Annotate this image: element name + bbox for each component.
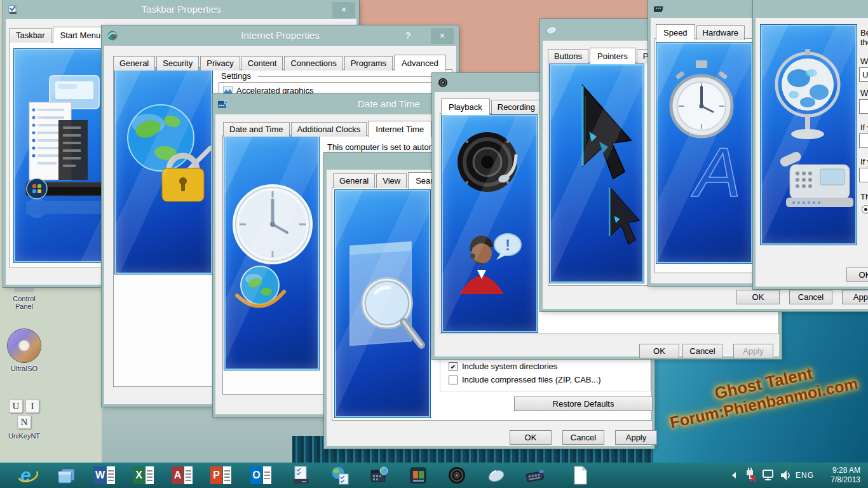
include-system-directories-label[interactable]: Include system directories: [462, 362, 557, 371]
access-page: [184, 466, 193, 484]
globe-phone-art: [761, 34, 856, 245]
tab-programs[interactable]: Programs: [344, 56, 393, 71]
taskbar-outlook-icon[interactable]: O: [250, 466, 272, 484]
close-icon[interactable]: ×: [431, 28, 454, 44]
taskbar-sound-icon[interactable]: [447, 465, 467, 485]
tab-date-and-time[interactable]: Date and Time: [223, 122, 290, 137]
sound-art-panel: !: [441, 114, 538, 333]
country-combobox-value: Un: [862, 70, 868, 79]
tab-view[interactable]: View: [376, 173, 407, 188]
cancel-button[interactable]: Cancel: [562, 430, 604, 445]
include-system-directories-checkbox[interactable]: ✔: [449, 362, 458, 371]
taskbar-access-icon[interactable]: A: [172, 466, 193, 484]
ok-button[interactable]: OK: [510, 430, 552, 445]
svg-text:!: !: [505, 236, 510, 254]
cancel-button[interactable]: Cancel: [789, 290, 832, 304]
internet-properties-titlebar[interactable]: Internet Properties ? ×: [102, 25, 459, 46]
taskbar-internet-options-icon[interactable]: [330, 465, 350, 485]
tab-advanced[interactable]: Advanced: [394, 55, 446, 71]
outlook-envelope: [263, 466, 271, 484]
taskbar-folder-options-icon[interactable]: [408, 465, 428, 485]
taskbar-excel-icon[interactable]: X: [133, 466, 154, 484]
apply-button[interactable]: Apply: [842, 290, 868, 304]
tab-connections[interactable]: Connections: [284, 56, 342, 71]
help-icon[interactable]: ?: [402, 30, 414, 41]
tab-playback[interactable]: Playback: [441, 98, 490, 115]
tab-general[interactable]: General: [113, 56, 155, 71]
tone-dialing-radio[interactable]: [862, 205, 868, 214]
taskbar-word-icon[interactable]: W: [94, 466, 116, 484]
location-dialing-question: The: [860, 192, 868, 201]
tab-speed[interactable]: Speed: [656, 24, 695, 41]
tab-security[interactable]: Security: [156, 56, 199, 71]
tray-volume-icon[interactable]: [779, 465, 793, 485]
outside-line-input[interactable]: [859, 168, 868, 182]
start-menu-art: [18, 65, 113, 263]
settings-label: Settings: [221, 71, 251, 81]
desktop-icon-label: UniKeyNT: [3, 432, 46, 440]
location-carrier-question: If y: [860, 123, 868, 132]
unikey-tile-u: U: [9, 399, 23, 413]
restore-defaults-button[interactable]: Restore Defaults: [514, 396, 653, 411]
excel-page: [146, 466, 154, 484]
window-title: Internet Properties: [241, 30, 319, 41]
keyboard-window-icon: [654, 6, 664, 13]
tray-time: 9:28 AM: [821, 466, 860, 475]
taskbar-taskbar-settings-icon[interactable]: [291, 465, 311, 485]
internet-explorer-icon: [107, 30, 118, 41]
excel-letter: X: [133, 466, 145, 484]
taskbar-internet-explorer-icon[interactable]: e: [18, 465, 38, 485]
location-intro-line1: Bef: [860, 28, 868, 37]
tab-recording[interactable]: Recording: [491, 100, 541, 114]
tray-expand-chevron-icon[interactable]: [732, 472, 736, 478]
tray-power-icon[interactable]: [743, 465, 757, 485]
country-combobox[interactable]: Un: [859, 67, 868, 82]
apply-button[interactable]: Apply: [615, 430, 657, 445]
outlook-letter: O: [250, 466, 262, 484]
taskbar-date-time-icon[interactable]: [369, 465, 390, 485]
location-titlebar[interactable]: [753, 0, 868, 18]
desktop-icon-label: UltraISO: [4, 365, 44, 372]
word-letter: W: [94, 466, 106, 484]
include-compressed-files-label[interactable]: Include compressed files (ZIP, CAB...): [462, 375, 601, 384]
area-code-input[interactable]: [859, 99, 868, 114]
access-letter: A: [172, 466, 184, 484]
tab-general[interactable]: General: [333, 173, 375, 188]
sound-window-icon: [438, 78, 448, 88]
tray-language-indicator[interactable]: ENG: [796, 471, 814, 480]
stopwatch-art: A: [656, 51, 752, 264]
apply-button[interactable]: Apply: [733, 344, 773, 358]
taskbar-keyboard-icon[interactable]: [526, 465, 546, 485]
window-location-information: Bef the Wh Un Wh If y If y The OK: [753, 0, 868, 289]
ok-button[interactable]: OK: [639, 344, 679, 358]
tab-start-menu[interactable]: Start Menu: [53, 27, 109, 43]
date-time-window-icon: [218, 100, 228, 109]
tab-buttons[interactable]: Buttons: [548, 49, 588, 64]
keyboard-art-panel: A: [656, 42, 753, 264]
taskbar-file-explorer-icon[interactable]: [57, 465, 77, 485]
ok-button[interactable]: OK: [846, 268, 868, 282]
desktop-icon-ultraiso[interactable]: UltraISO: [4, 329, 44, 372]
tab-hardware[interactable]: Hardware: [696, 25, 745, 40]
ok-button[interactable]: OK: [736, 290, 780, 304]
taskbar-powerpoint-icon[interactable]: P: [210, 466, 232, 484]
tray-clock[interactable]: 9:28 AM 7/8/2013: [821, 466, 860, 485]
tab-privacy[interactable]: Privacy: [200, 56, 240, 71]
carrier-code-input[interactable]: [859, 133, 868, 148]
tab-additional-clocks[interactable]: Additional Clocks: [291, 122, 367, 137]
tray-date: 7/8/2013: [821, 475, 860, 485]
tab-taskbar[interactable]: Taskbar: [10, 28, 51, 43]
speaker-person-art: !: [442, 119, 537, 333]
window-title: Taskbar Properties: [141, 4, 220, 15]
taskbar-document-icon[interactable]: [570, 465, 590, 485]
taskbar-mouse-icon[interactable]: [486, 465, 506, 485]
tab-internet-time[interactable]: Internet Time: [368, 121, 431, 137]
tab-pointers[interactable]: Pointers: [590, 48, 635, 64]
include-compressed-files-checkbox[interactable]: [449, 376, 458, 384]
tab-content[interactable]: Content: [241, 56, 283, 71]
cancel-button[interactable]: Cancel: [682, 344, 722, 358]
taskbar-properties-titlebar[interactable]: Taskbar Properties ×: [3, 0, 359, 19]
close-icon[interactable]: ×: [332, 2, 355, 18]
location-area-question: Wh: [860, 88, 868, 98]
tray-network-icon[interactable]: [761, 465, 776, 485]
